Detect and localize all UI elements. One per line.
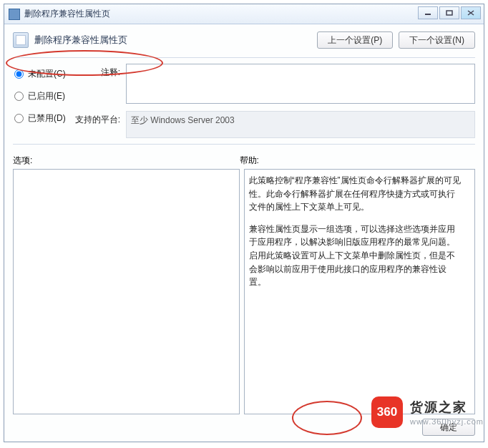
close-icon: [467, 10, 474, 16]
app-icon: [9, 9, 20, 20]
watermark-badge: 360: [371, 396, 403, 428]
policy-title: 删除程序兼容性属性页: [34, 34, 127, 47]
separator: [13, 57, 475, 58]
lower-boxes: 此策略控制“程序兼容性”属性页命令行解释器扩展的可见性。此命令行解释器扩展在任何…: [13, 169, 475, 414]
maximize-button[interactable]: [439, 6, 459, 19]
comment-input[interactable]: [126, 64, 475, 104]
window-title: 删除程序兼容性属性页: [24, 8, 110, 20]
minimize-button[interactable]: [418, 6, 438, 19]
radio-enabled[interactable]: 已启用(E): [13, 90, 72, 102]
policy-icon: [13, 32, 29, 48]
help-paragraph-1: 此策略控制“程序兼容性”属性页命令行解释器扩展的可见性。此命令行解释器扩展在任何…: [249, 174, 462, 214]
radio-disabled-input[interactable]: [14, 114, 24, 123]
fields: 注释: 支持的平台: 至少 Windows Server 2003: [72, 64, 475, 138]
radio-not-configured[interactable]: 未配置(C): [13, 68, 72, 80]
radio-enabled-label: 已启用(E): [28, 90, 65, 102]
header-row: 删除程序兼容性属性页 上一个设置(P) 下一个设置(N): [13, 31, 475, 52]
comment-field: 注释:: [72, 64, 475, 104]
watermark-brand: 货源之家: [410, 399, 484, 416]
lower-panes: 选项: 帮助: 此策略控制“程序兼容性”属性页命令行解释器扩展的可见性。此命令行…: [13, 155, 475, 436]
nav-buttons: 上一个设置(P) 下一个设置(N): [317, 31, 475, 49]
policy-window: 删除程序兼容性属性页 删除程序兼容性属性页 上一个设置(P) 下一个设置(N): [4, 4, 484, 442]
maximize-icon: [446, 10, 453, 16]
comment-label: 注释:: [72, 64, 126, 79]
svg-rect-1: [446, 11, 452, 15]
window-controls: [418, 6, 481, 19]
state-radio-group: 未配置(C) 已启用(E) 已禁用(D): [13, 64, 72, 138]
watermark-text: 货源之家 www.360hyzj.com: [410, 399, 484, 426]
radio-not-configured-input[interactable]: [14, 69, 24, 79]
content: 删除程序兼容性属性页 上一个设置(P) 下一个设置(N) 未配置(C) 已启用(…: [4, 24, 484, 442]
close-button[interactable]: [461, 6, 481, 19]
supported-value: 至少 Windows Server 2003: [126, 111, 475, 138]
next-setting-button[interactable]: 下一个设置(N): [399, 31, 475, 49]
options-heading: 选项:: [13, 155, 240, 169]
supported-label: 支持的平台:: [72, 111, 126, 126]
config-area: 未配置(C) 已启用(E) 已禁用(D) 注释: 支持的平台:: [13, 64, 475, 138]
svg-line-2: [468, 11, 474, 15]
supported-field: 支持的平台: 至少 Windows Server 2003: [72, 111, 475, 138]
watermark: 360 货源之家 www.360hyzj.com: [371, 396, 484, 428]
minimize-icon: [424, 10, 431, 16]
help-box[interactable]: 此策略控制“程序兼容性”属性页命令行解释器扩展的可见性。此命令行解释器扩展在任何…: [244, 169, 475, 414]
prev-setting-button[interactable]: 上一个设置(P): [317, 31, 393, 49]
radio-not-configured-label: 未配置(C): [28, 68, 66, 80]
radio-disabled-label: 已禁用(D): [28, 112, 66, 125]
svg-line-3: [468, 11, 474, 15]
titlebar[interactable]: 删除程序兼容性属性页: [4, 4, 484, 24]
lower-headings: 选项: 帮助:: [13, 155, 475, 169]
help-heading: 帮助:: [240, 155, 475, 169]
radio-disabled[interactable]: 已禁用(D): [13, 112, 72, 125]
radio-enabled-input[interactable]: [14, 92, 24, 101]
watermark-url: www.360hyzj.com: [410, 417, 484, 426]
separator-2: [13, 144, 475, 145]
help-paragraph-2: 兼容性属性页显示一组选项，可以选择这些选项并应用于应用程序，以解决影响旧版应用程…: [249, 223, 462, 289]
options-box: [13, 169, 240, 414]
